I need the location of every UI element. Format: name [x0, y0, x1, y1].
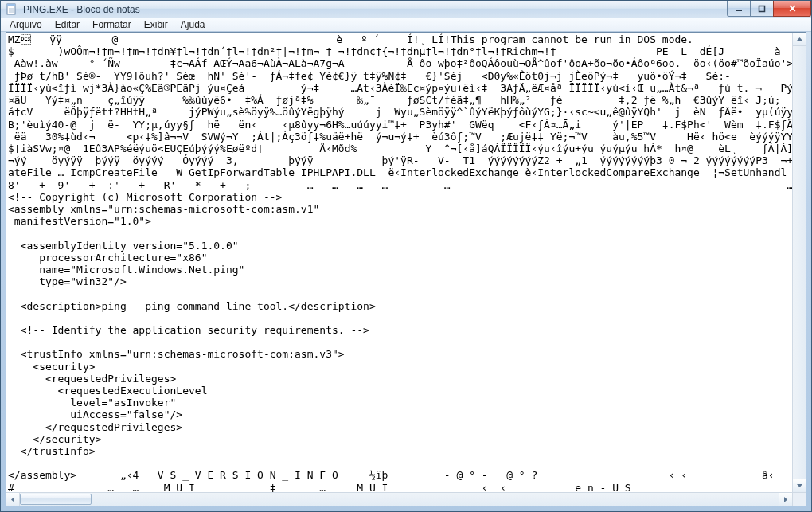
menu-edit[interactable]: Editar: [49, 18, 85, 31]
scroll-down-button[interactable]: [793, 479, 806, 492]
scroll-corner: [792, 492, 806, 506]
svg-rect-1: [7, 4, 15, 6]
notepad-app-icon: [6, 3, 18, 16]
notepad-window: PING.EXE - Bloco de notas Arquivo Editar…: [0, 0, 812, 512]
window-title: PING.EXE - Bloco de notas: [23, 4, 140, 15]
client-area: MZ ÿÿ @ è º ´ Í!¸ LÍ!This program canno…: [6, 32, 806, 506]
menu-file[interactable]: Arquivo: [4, 18, 48, 31]
close-button[interactable]: [773, 1, 811, 17]
menu-view[interactable]: Exibir: [139, 18, 174, 31]
horizontal-scroll-track[interactable]: [20, 493, 779, 506]
text-editor[interactable]: MZ ÿÿ @ è º ´ Í!¸ LÍ!This program canno…: [6, 33, 806, 506]
svg-rect-6: [759, 6, 765, 11]
maximize-button[interactable]: [750, 1, 774, 17]
horizontal-scroll-thumb[interactable]: [20, 494, 92, 505]
window-controls: [728, 1, 811, 17]
scroll-right-button[interactable]: [779, 493, 792, 506]
svg-rect-5: [736, 10, 742, 11]
vertical-scrollbar[interactable]: [792, 33, 806, 492]
minimize-button[interactable]: [727, 1, 751, 17]
menu-format[interactable]: Formatar: [87, 18, 137, 31]
menu-help[interactable]: Ajuda: [175, 18, 211, 31]
titlebar[interactable]: PING.EXE - Bloco de notas: [1, 1, 811, 18]
horizontal-scrollbar[interactable]: [6, 492, 792, 506]
scroll-left-button[interactable]: [6, 493, 20, 506]
vertical-scroll-track[interactable]: [793, 46, 806, 479]
menubar: Arquivo Editar Formatar Exibir Ajuda: [1, 18, 811, 32]
scroll-up-button[interactable]: [793, 33, 806, 46]
